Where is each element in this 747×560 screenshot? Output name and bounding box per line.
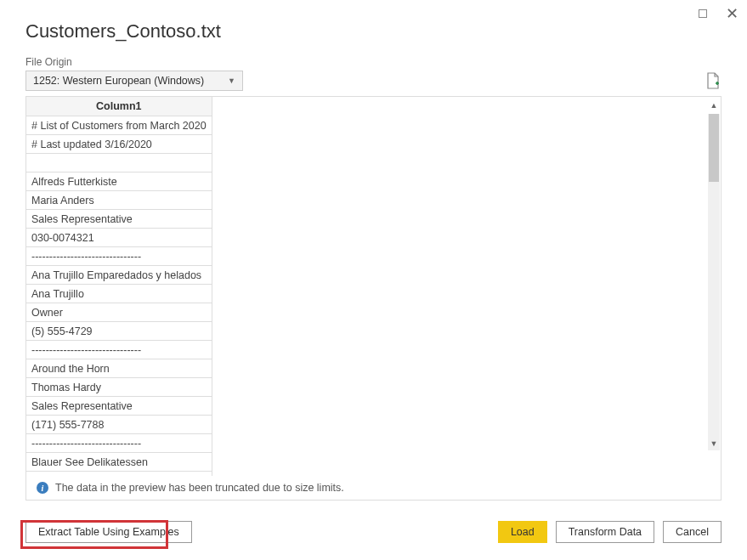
table-row[interactable]: Owner <box>26 303 212 322</box>
close-button[interactable]: ✕ <box>725 7 739 20</box>
table-container: Column1 # List of Customers from March 2… <box>26 97 721 476</box>
table-cell: Owner <box>26 303 212 322</box>
column-header[interactable]: Column1 <box>26 97 212 116</box>
scrollbar-vertical[interactable]: ▲ ▼ <box>707 97 721 476</box>
table-row[interactable]: ------------------------------- <box>26 434 212 453</box>
table-cell: Maria Anders <box>26 191 212 210</box>
file-origin-dropdown[interactable]: 1252: Western European (Windows) ▼ <box>25 71 243 91</box>
table-row[interactable] <box>26 154 212 173</box>
table-cell <box>26 154 212 173</box>
table-row[interactable]: Alfreds Futterkiste <box>26 173 212 191</box>
scroll-down-arrow[interactable]: ▼ <box>707 437 721 450</box>
extract-table-button[interactable]: Extract Table Using Examples <box>25 521 192 543</box>
info-icon: i <box>37 482 48 494</box>
table-row[interactable]: ------------------------------- <box>26 247 212 266</box>
load-button[interactable]: Load <box>498 521 547 543</box>
cancel-button[interactable]: Cancel <box>663 521 722 543</box>
table-cell: (5) 555-4729 <box>26 322 212 341</box>
table-row[interactable]: Thomas Hardy <box>26 378 212 397</box>
table-cell: Alfreds Futterkiste <box>26 173 212 191</box>
close-icon: ✕ <box>726 6 739 21</box>
table-cell: ------------------------------- <box>26 341 212 359</box>
table-row[interactable]: Ana Trujillo <box>26 285 212 303</box>
table-cell: Ana Trujillo <box>26 285 212 303</box>
table-cell: Sales Representative <box>26 210 212 229</box>
table-row[interactable]: # List of Customers from March 2020 <box>26 116 212 135</box>
scroll-up-arrow[interactable]: ▲ <box>707 99 721 112</box>
scrollbar-thumb[interactable] <box>709 114 719 182</box>
table-row[interactable]: Blauer See Delikatessen <box>26 453 212 472</box>
file-origin-label: File Origin <box>25 56 72 68</box>
transform-data-button[interactable]: Transform Data <box>556 521 654 543</box>
table-row[interactable]: (5) 555-4729 <box>26 322 212 341</box>
table-row[interactable]: ------------------------------- <box>26 341 212 359</box>
table-cell: Thomas Hardy <box>26 378 212 397</box>
table-row[interactable]: Sales Representative <box>26 210 212 229</box>
table-cell: Blauer See Delikatessen <box>26 453 212 472</box>
maximize-button[interactable] <box>696 7 710 20</box>
data-table: Column1 # List of Customers from March 2… <box>26 97 212 476</box>
table-row[interactable]: (171) 555-7788 <box>26 416 212 434</box>
table-row[interactable]: Sales Representative <box>26 397 212 416</box>
preview-area: Column1 # List of Customers from March 2… <box>25 96 722 501</box>
table-cell: # Last updated 3/16/2020 <box>26 135 212 154</box>
table-cell: Around the Horn <box>26 359 212 378</box>
table-row[interactable]: Ana Trujillo Emparedados y helados <box>26 266 212 285</box>
table-cell: ------------------------------- <box>26 434 212 453</box>
dialog-title: Customers_Contoso.txt <box>25 20 221 42</box>
button-bar: Extract Table Using Examples Load Transf… <box>25 521 722 543</box>
info-bar: i The data in the preview has been trunc… <box>26 476 721 500</box>
table-cell: 030-0074321 <box>26 229 212 247</box>
info-message: The data in the preview has been truncat… <box>55 482 344 494</box>
table-cell: ------------------------------- <box>26 247 212 266</box>
table-row[interactable]: # Last updated 3/16/2020 <box>26 135 212 154</box>
maximize-icon <box>699 9 707 18</box>
table-row[interactable]: Maria Anders <box>26 191 212 210</box>
table-cell: # List of Customers from March 2020 <box>26 116 212 135</box>
table-row[interactable]: 030-0074321 <box>26 229 212 247</box>
table-cell: Ana Trujillo Emparedados y helados <box>26 266 212 285</box>
table-cell: (171) 555-7788 <box>26 416 212 434</box>
file-origin-value: 1252: Western European (Windows) <box>33 75 204 87</box>
table-cell: Sales Representative <box>26 397 212 416</box>
new-page-icon[interactable] <box>706 72 720 89</box>
chevron-down-icon: ▼ <box>228 76 235 85</box>
table-row[interactable]: Around the Horn <box>26 359 212 378</box>
